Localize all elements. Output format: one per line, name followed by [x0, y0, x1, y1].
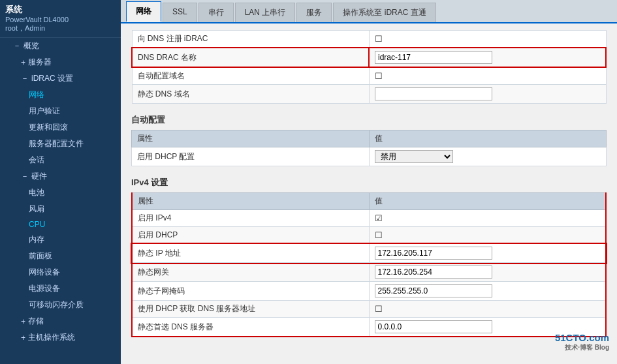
static-mask-value	[369, 282, 606, 301]
sidebar-label-userauth: 用户验证	[29, 106, 60, 117]
sidebar-label-overview: 概览	[24, 40, 39, 52]
dhcp-config-label: 启用 DHCP 配置	[132, 147, 370, 166]
sidebar-label-hostos: 主机操作系统	[28, 332, 75, 343]
toggle-icon-servers: +	[21, 58, 25, 67]
ipv4-title: IPv4 设置	[131, 177, 607, 189]
table-row: 启用 IPv4 ☑	[132, 210, 606, 227]
sidebar: 系统 PowerVault DL4000 root，Admin － 概览 + 服…	[0, 0, 121, 364]
table-row-static-ip: 静态 IP 地址	[132, 244, 606, 263]
enable-dhcp-value: ☐	[369, 227, 606, 244]
dns-section: 向 DNS 注册 iDRAC ☐ DNS DRAC 名称	[131, 30, 607, 104]
dhcp-config-value: 禁用 启用	[369, 147, 607, 166]
sidebar-item-power[interactable]: 电源设备	[0, 281, 121, 297]
sidebar-item-removable[interactable]: 可移动闪存介质	[0, 297, 121, 313]
sidebar-label-serverconfig: 服务器配置文件	[29, 138, 84, 149]
enable-dhcp-label: 启用 DHCP	[132, 227, 369, 244]
sidebar-item-serverconfig[interactable]: 服务器配置文件	[0, 136, 121, 152]
enable-ipv4-checkbox[interactable]: ☑	[375, 213, 383, 223]
static-preferred-dns-value	[369, 318, 606, 337]
toggle-icon-storage: +	[21, 317, 25, 326]
sidebar-label-memory: 内存	[29, 234, 44, 245]
user-label: root，Admin	[5, 23, 116, 33]
auto-domain-value: ☐	[369, 67, 606, 85]
static-ip-label: 静态 IP 地址	[132, 244, 369, 263]
enable-dhcp-checkbox[interactable]: ☐	[375, 230, 383, 240]
static-gw-input[interactable]	[375, 265, 492, 279]
dhcp-config-select[interactable]: 禁用 启用	[375, 150, 453, 163]
sidebar-item-hardware[interactable]: － 硬件	[0, 168, 121, 185]
sidebar-item-memory[interactable]: 内存	[0, 232, 121, 248]
sidebar-label-idrac: iDRAC 设置	[31, 73, 73, 84]
sidebar-label-netdevice: 网络设备	[29, 267, 60, 278]
main-area: 网络 SSL 串行 LAN 上串行 服务 操作系统至 iDRAC 直通 向 DN…	[121, 0, 617, 364]
dhcp-dns-checkbox[interactable]: ☐	[375, 304, 383, 314]
sidebar-item-servers[interactable]: + 服务器	[0, 54, 121, 70]
dns-drac-value-cell	[369, 48, 606, 67]
toggle-icon-hardware: －	[21, 171, 29, 182]
dns-register-checkbox[interactable]: ☐	[375, 34, 383, 44]
tab-ssl[interactable]: SSL	[163, 3, 197, 22]
table-row-dns-drac: DNS DRAC 名称	[132, 48, 606, 67]
static-gw-label: 静态网关	[132, 263, 369, 282]
auto-config-table: 属性 值 启用 DHCP 配置 禁用 启用	[131, 130, 607, 166]
dns-register-value: ☐	[369, 31, 606, 48]
table-row: 向 DNS 注册 iDRAC ☐	[132, 31, 606, 48]
sidebar-item-storage[interactable]: + 存储	[0, 313, 121, 329]
static-dns-domain-label: 静态 DNS 域名	[132, 85, 369, 104]
sidebar-label-hardware: 硬件	[31, 171, 47, 182]
sidebar-label-frontpanel: 前面板	[29, 250, 52, 262]
sidebar-item-fan[interactable]: 风扇	[0, 201, 121, 217]
sidebar-label-servers: 服务器	[28, 57, 52, 68]
tab-lan[interactable]: LAN 上串行	[235, 3, 296, 22]
toggle-icon-overview: －	[13, 40, 21, 52]
sidebar-item-update[interactable]: 更新和回滚	[0, 119, 121, 136]
sidebar-item-overview[interactable]: － 概览	[0, 38, 121, 54]
sidebar-item-frontpanel[interactable]: 前面板	[0, 248, 121, 264]
sidebar-label-network: 网络	[29, 89, 44, 100]
sidebar-item-netdevice[interactable]: 网络设备	[0, 264, 121, 281]
auto-domain-label: 自动配置域名	[132, 67, 369, 85]
dns-drac-label: DNS DRAC 名称	[132, 48, 369, 67]
dns-register-label: 向 DNS 注册 iDRAC	[132, 31, 369, 48]
table-row-static-mask: 静态子网掩码	[132, 282, 606, 301]
static-preferred-dns-input[interactable]	[375, 320, 492, 333]
static-gw-value	[369, 263, 606, 282]
enable-ipv4-label: 启用 IPv4	[132, 210, 369, 227]
sidebar-item-network[interactable]: 网络	[0, 87, 121, 103]
static-dns-domain-input[interactable]	[375, 87, 492, 100]
table-row: 静态首选 DNS 服务器	[132, 318, 606, 337]
tab-services[interactable]: 服务	[296, 3, 332, 22]
sidebar-label-fan: 风扇	[29, 204, 44, 215]
dns-drac-input[interactable]	[375, 51, 492, 64]
sidebar-item-battery[interactable]: 电池	[0, 185, 121, 201]
tab-serial[interactable]: 串行	[198, 3, 234, 22]
static-ip-input[interactable]	[375, 247, 492, 260]
sidebar-label-removable: 可移动闪存介质	[29, 299, 84, 311]
static-ip-value	[369, 244, 606, 263]
sidebar-item-userauth[interactable]: 用户验证	[0, 103, 121, 119]
ipv4-section: IPv4 设置 属性 值 启用 IPv4 ☑	[131, 177, 607, 337]
table-row: 自动配置域名 ☐	[132, 67, 606, 85]
tab-network[interactable]: 网络	[126, 1, 161, 22]
sidebar-item-hostos[interactable]: + 主机操作系统	[0, 329, 121, 346]
sidebar-header: 系统 PowerVault DL4000 root，Admin	[0, 0, 121, 38]
dhcp-dns-label: 使用 DHCP 获取 DNS 服务器地址	[132, 301, 369, 318]
sidebar-item-cpu[interactable]: CPU	[0, 217, 121, 232]
static-dns-domain-value	[369, 85, 606, 104]
ipv4-header-prop: 属性	[132, 193, 369, 210]
dns-table: 向 DNS 注册 iDRAC ☐ DNS DRAC 名称	[131, 30, 607, 104]
sidebar-item-idrac[interactable]: － iDRAC 设置	[0, 70, 121, 87]
static-mask-label: 静态子网掩码	[132, 282, 369, 301]
enable-ipv4-value: ☑	[369, 210, 606, 227]
table-row: 静态 DNS 域名	[132, 85, 606, 104]
toggle-icon-idrac: －	[21, 73, 29, 84]
static-mask-input[interactable]	[375, 284, 492, 297]
auto-domain-checkbox[interactable]: ☐	[375, 71, 383, 81]
sidebar-item-session[interactable]: 会话	[0, 152, 121, 168]
sidebar-label-power: 电源设备	[29, 283, 60, 294]
dns-drac-name-label: DNS DRAC 名称	[138, 53, 197, 62]
table-row: 启用 DHCP ☐	[132, 227, 606, 244]
tab-os2idrac[interactable]: 操作系统至 iDRAC 直通	[333, 3, 435, 22]
auto-config-section: 自动配置 属性 值 启用 DHCP 配置 禁用 启用	[131, 114, 607, 166]
sidebar-label-session: 会话	[29, 155, 44, 166]
